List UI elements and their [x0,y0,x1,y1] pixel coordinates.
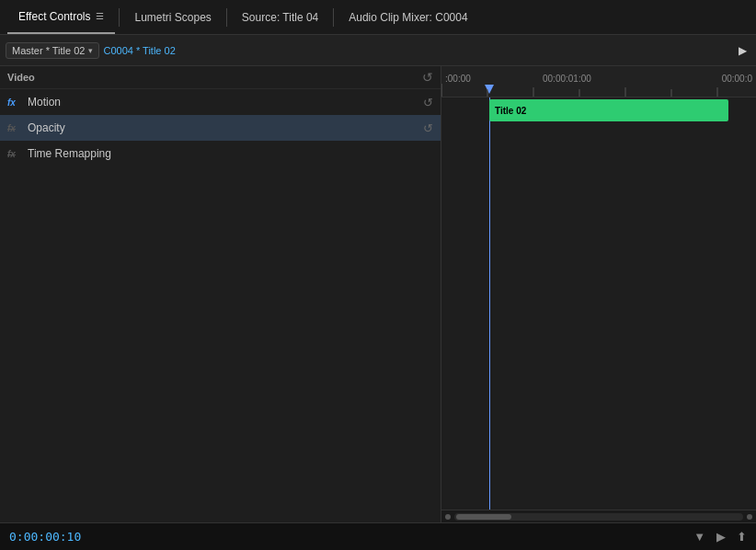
controls-row: Master * Title 02 ▾ C0004 * Title 02 ▶ [0,35,756,66]
controls-left: Master * Title 02 ▾ C0004 * Title 02 [6,42,176,59]
tab-menu-icon[interactable]: ☰ [96,11,104,21]
video-reset-icon[interactable]: ↺ [422,70,433,85]
ruler-ticks-svg [441,84,756,97]
tab-effect-controls-label: Effect Controls [18,10,90,23]
timecode-end: 00:00:0 [722,74,752,84]
clip-label[interactable]: C0004 * Title 02 [103,45,175,56]
panel-body: Video ↺ fx Motion ↺ fx Opacity ↺ [0,66,756,522]
tab-divider-2 [226,8,227,27]
scrollbar-thumb[interactable] [456,514,511,520]
opacity-controls: ↺ [423,121,433,135]
clip-track-video: Title 02 [441,97,756,123]
filter-icon[interactable]: ▼ [693,530,705,544]
timeline-header: :00:00 00:00:01:00 00:00:0 [441,66,756,97]
timeline-scrollbar[interactable] [441,510,756,522]
main-container: Master * Title 02 ▾ C0004 * Title 02 ▶ V… [0,35,756,550]
master-chevron-icon: ▾ [88,46,93,55]
play-button[interactable]: ▶ [735,42,750,59]
timecode-1s: 00:00:01:00 [543,74,591,84]
tab-divider-1 [119,8,120,27]
scrollbar-track[interactable] [454,513,743,521]
scroll-dot-left [445,514,451,520]
motion-controls: ↺ [423,96,433,109]
scroll-dot-right [747,514,752,520]
fx-badge-time-remapping: fx [7,149,22,159]
effect-row-time-remapping[interactable]: fx Time Remapping [0,141,441,166]
motion-reset-icon[interactable]: ↺ [423,96,433,109]
tab-source-label: Source: Title 04 [242,11,318,24]
playhead-line [489,97,490,510]
effect-name-opacity: Opacity [28,121,65,134]
effects-panel: Video ↺ fx Motion ↺ fx Opacity ↺ [0,66,441,522]
clip-block-title02[interactable]: Title 02 [489,99,728,121]
opacity-reset-icon[interactable]: ↺ [423,121,433,135]
timecode-display: 0:00:00:10 [9,530,81,544]
tab-lumetri-scopes-label: Lumetri Scopes [134,11,211,24]
tab-divider-3 [333,8,334,27]
master-dropdown[interactable]: Master * Title 02 ▾ [6,42,99,59]
fx-badge-opacity: fx [7,123,22,133]
tab-audio-mixer-label: Audio Clip Mixer: C0004 [349,11,467,24]
effect-row-opacity[interactable]: fx Opacity ↺ [0,115,441,141]
master-label: Master * Title 02 [12,45,85,56]
bottom-bar: 0:00:00:10 ▼ ▶ ⬆ [0,522,756,550]
clip-block-label: Title 02 [495,106,526,116]
tab-effect-controls[interactable]: Effect Controls ☰ [7,0,115,34]
tab-lumetri-scopes[interactable]: Lumetri Scopes [123,0,222,34]
video-section-title: Video [7,72,35,83]
play-small-icon[interactable]: ▶ [716,530,726,544]
video-section-header: Video ↺ [0,66,441,89]
timeline-clips-area[interactable]: Title 02 [441,97,756,510]
effect-name-motion: Motion [28,96,61,109]
bottom-controls: ▼ ▶ ⬆ [693,530,747,544]
tab-bar: Effect Controls ☰ Lumetri Scopes Source:… [0,0,756,35]
fx-badge-motion: fx [7,97,22,108]
tab-audio-clip-mixer[interactable]: Audio Clip Mixer: C0004 [338,0,478,34]
timecode-start: :00:00 [445,74,471,84]
effect-row-motion[interactable]: fx Motion ↺ [0,89,441,115]
tab-source[interactable]: Source: Title 04 [231,0,329,34]
timeline-panel: :00:00 00:00:01:00 00:00:0 [441,66,756,522]
export-icon[interactable]: ⬆ [737,530,747,544]
effect-name-time-remapping: Time Remapping [28,147,111,160]
